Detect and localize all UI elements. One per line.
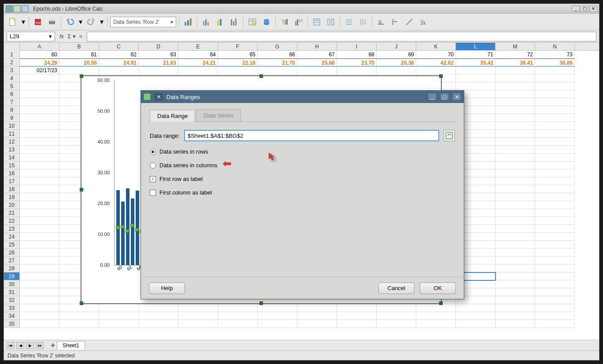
cell[interactable] — [416, 304, 456, 312]
x-axis-icon[interactable] — [375, 16, 387, 28]
fx-icon[interactable]: fx — [59, 33, 64, 40]
legend-toggle-icon[interactable] — [311, 16, 323, 28]
chart-marker[interactable] — [121, 225, 124, 228]
add-sheet-icon[interactable]: ✚ — [51, 342, 55, 349]
cell[interactable]: 63 — [139, 51, 178, 59]
cell[interactable] — [496, 146, 535, 154]
cell[interactable] — [456, 312, 496, 320]
row-header[interactable]: 17 — [4, 177, 20, 185]
cell[interactable]: 62 — [99, 51, 139, 59]
cell[interactable] — [496, 225, 535, 233]
cell[interactable] — [496, 288, 535, 296]
row-header[interactable]: 35 — [4, 320, 20, 328]
cell[interactable] — [20, 193, 59, 201]
radio-data-series-rows[interactable]: Data series in rows — [150, 148, 455, 155]
export-pdf-icon[interactable]: PDF — [32, 16, 44, 28]
cell[interactable]: 21.70 — [258, 59, 297, 66]
cell[interactable] — [377, 320, 416, 328]
cell[interactable] — [20, 130, 59, 138]
cell[interactable] — [59, 312, 99, 320]
row-header[interactable]: 28 — [4, 265, 20, 272]
cell[interactable] — [496, 82, 535, 90]
cell[interactable] — [496, 217, 535, 225]
row-header[interactable]: 7 — [4, 98, 20, 106]
cell[interactable] — [496, 249, 535, 257]
cell[interactable] — [20, 280, 59, 288]
legend-icon[interactable] — [292, 16, 305, 28]
cell[interactable] — [456, 66, 496, 74]
cell[interactable]: 36.85 — [535, 59, 575, 66]
redo-icon[interactable] — [85, 16, 97, 28]
cell[interactable] — [377, 312, 416, 320]
cell[interactable]: 20.55 — [59, 59, 99, 66]
minimize-button[interactable]: _ — [572, 6, 580, 12]
cell[interactable] — [535, 312, 575, 320]
cell[interactable]: 71 — [456, 51, 496, 59]
cell[interactable] — [496, 312, 535, 320]
cell[interactable] — [535, 146, 575, 154]
undo-icon[interactable] — [64, 16, 76, 28]
cell[interactable]: 22.18 — [218, 59, 258, 66]
cell[interactable] — [535, 233, 575, 241]
chart-marker[interactable] — [126, 229, 129, 233]
cell[interactable] — [139, 304, 178, 312]
cell[interactable] — [20, 304, 59, 312]
cell[interactable] — [59, 304, 99, 312]
row-header[interactable]: 9 — [4, 114, 20, 122]
row-header[interactable]: 13 — [4, 146, 20, 154]
cell[interactable] — [456, 304, 496, 312]
cell[interactable] — [337, 304, 377, 312]
cell[interactable] — [99, 304, 139, 312]
column-header[interactable]: A — [20, 43, 59, 50]
cell[interactable] — [20, 162, 59, 169]
undo-dropdown[interactable]: ▾ — [78, 16, 83, 28]
cell[interactable] — [496, 241, 535, 249]
row-header[interactable]: 33 — [4, 304, 20, 312]
cell[interactable] — [535, 138, 575, 146]
cell[interactable] — [258, 320, 297, 328]
cell[interactable] — [258, 66, 297, 74]
cell[interactable] — [535, 320, 575, 328]
formula-input[interactable] — [87, 32, 596, 41]
cell[interactable] — [416, 66, 456, 74]
row-header[interactable]: 6 — [4, 90, 20, 98]
cell[interactable] — [535, 154, 575, 162]
cell-reference-box[interactable]: L29▾ — [7, 32, 55, 41]
cell[interactable] — [59, 66, 99, 74]
cell[interactable]: 73 — [535, 51, 575, 59]
cell[interactable] — [535, 296, 575, 304]
new-doc-icon[interactable] — [7, 16, 19, 28]
cell[interactable] — [297, 312, 337, 320]
cell[interactable] — [20, 312, 59, 320]
cancel-button[interactable]: Cancel — [378, 283, 414, 294]
row-header[interactable]: 27 — [4, 257, 20, 265]
row-header[interactable]: 22 — [4, 217, 20, 225]
cell[interactable] — [535, 130, 575, 138]
column-header[interactable]: M — [496, 43, 535, 50]
cell[interactable] — [535, 225, 575, 233]
cell[interactable]: 24.21 — [178, 59, 218, 66]
row-header[interactable]: 2 — [4, 59, 20, 66]
cell[interactable] — [20, 320, 59, 328]
cell[interactable] — [416, 320, 456, 328]
cell[interactable] — [535, 272, 575, 280]
column-header[interactable]: G — [258, 43, 297, 50]
row-header[interactable]: 23 — [4, 225, 20, 233]
sheet-tab-sheet1[interactable]: Sheet1 — [57, 341, 85, 349]
cell[interactable] — [496, 304, 535, 312]
cell[interactable] — [20, 74, 59, 82]
cell[interactable] — [20, 169, 59, 177]
cell[interactable] — [456, 82, 496, 90]
cell[interactable]: 02/17/23 — [20, 66, 59, 74]
maximize-button[interactable]: ▢ — [581, 6, 588, 12]
cell[interactable]: 42.62 — [416, 59, 456, 66]
cell[interactable]: 61 — [59, 51, 99, 59]
ok-button[interactable]: OK — [420, 283, 456, 294]
all-axes-icon[interactable] — [417, 16, 429, 28]
cell[interactable]: 36.41 — [496, 59, 535, 66]
cell[interactable] — [178, 66, 218, 74]
column-header[interactable]: N — [535, 43, 575, 50]
cell[interactable]: 65 — [218, 51, 258, 59]
chart-type-icon[interactable] — [182, 16, 194, 28]
chart-bar1-icon[interactable] — [200, 16, 212, 28]
